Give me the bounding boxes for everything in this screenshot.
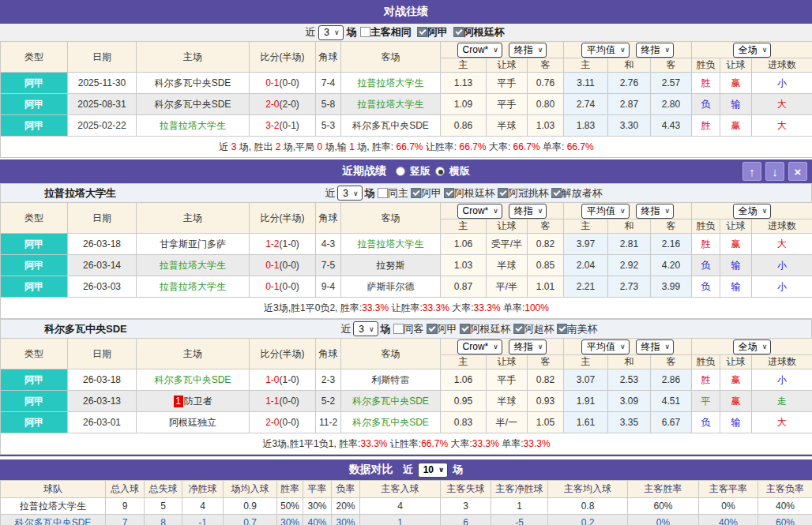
away-team-name[interactable]: 科尔多瓦中央SDE bbox=[352, 120, 429, 131]
result-goals-value: 小 bbox=[777, 374, 787, 385]
summary-text: 场, 胜率: bbox=[355, 141, 397, 152]
checkbox-南美杯-box[interactable] bbox=[557, 324, 567, 334]
radio-横版[interactable] bbox=[435, 167, 445, 176]
h2h-bookmaker-select[interactable]: Crow*∨ bbox=[457, 43, 502, 58]
compare-value-主客净胜球: 1 bbox=[491, 498, 548, 515]
home-team-name[interactable]: 科尔多瓦中央SDE bbox=[155, 99, 231, 110]
checkbox-阿甲-box[interactable] bbox=[427, 324, 437, 334]
comparison-count-select[interactable]: 10∨ bbox=[418, 463, 449, 478]
team-b-section-title[interactable]: 科尔多瓦中央SDE bbox=[1, 322, 127, 336]
h2h-final-average-select[interactable]: 终指∨ bbox=[636, 43, 675, 58]
result-goals: 大 bbox=[752, 234, 812, 255]
odds-handicap: 半球 bbox=[487, 391, 528, 412]
checkbox-阿超杯-box[interactable] bbox=[513, 324, 524, 334]
compare-value-主客平率: 0% bbox=[699, 498, 758, 515]
team-b-bookmaker-select[interactable]: Crow*∨ bbox=[457, 339, 502, 354]
sub-header-进球数: 进球数 bbox=[752, 355, 812, 369]
h2h-recent-count-select[interactable]: 3∨ bbox=[318, 25, 343, 40]
checkbox-阿根廷杯-box[interactable] bbox=[453, 27, 464, 37]
radio-竖版[interactable] bbox=[396, 167, 405, 176]
avg-draw: 2.92 bbox=[608, 255, 651, 276]
summary-text: 让胜率: bbox=[387, 438, 421, 449]
home-team-name[interactable]: 阿根廷独立 bbox=[169, 417, 216, 428]
team-b-scope-select[interactable]: 全场∨ bbox=[733, 339, 772, 354]
team-b-average-select[interactable]: 平均值∨ bbox=[581, 339, 630, 354]
home-team-name[interactable]: 科尔多瓦中央SDE bbox=[155, 374, 231, 385]
result-goals-value: 大 bbox=[777, 99, 787, 110]
column-header-角球: 角球 bbox=[316, 203, 341, 234]
h2h-final-odds-select[interactable]: 终指∨ bbox=[509, 43, 547, 58]
h2h-scope-select[interactable]: 全场∨ bbox=[733, 43, 772, 58]
match-date: 26-03-13 bbox=[68, 391, 137, 412]
away-team-name[interactable]: 科尔多瓦中央SDE bbox=[352, 396, 429, 407]
home-team-name[interactable]: 拉普拉塔大学生 bbox=[160, 260, 226, 271]
avg-home: 3.11 bbox=[564, 73, 608, 94]
home-team-cell: 科尔多瓦中央SDE bbox=[137, 94, 250, 115]
home-team-name[interactable]: 防卫者 bbox=[184, 396, 212, 407]
team-a-section-title[interactable]: 拉普拉塔大学生 bbox=[1, 186, 116, 201]
avg-home: 3.97 bbox=[564, 234, 608, 255]
checkbox-阿冠挑杯-box[interactable] bbox=[498, 188, 508, 198]
compare-header-主客平率: 主客平率 bbox=[699, 481, 758, 498]
result-outcome-value: 负 bbox=[701, 260, 711, 271]
result-handicap: 赢 bbox=[720, 234, 752, 255]
compare-value-胜率: 30% bbox=[277, 515, 303, 525]
away-team-name[interactable]: 利斯特雷 bbox=[372, 374, 410, 385]
compare-value-总失球: 8 bbox=[145, 515, 182, 525]
compare-value-净胜球: 4 bbox=[182, 498, 224, 515]
checkbox-同客-box[interactable] bbox=[393, 324, 404, 334]
away-team-name[interactable]: 拉努斯 bbox=[377, 260, 405, 271]
team-a-bookmaker-select[interactable]: Crow*∨ bbox=[457, 204, 502, 219]
team-b-final-odds-select[interactable]: 终指∨ bbox=[509, 339, 547, 354]
move-down-button[interactable]: ↓ bbox=[765, 162, 784, 181]
h2h-average-select[interactable]: 平均值∨ bbox=[581, 43, 630, 58]
away-team-name[interactable]: 萨斯菲尔德 bbox=[367, 281, 415, 292]
chevron-down-icon: ∨ bbox=[353, 189, 359, 197]
odds-handicap: 受平/半 bbox=[487, 234, 528, 255]
summary-value: 1 bbox=[349, 141, 355, 152]
league-type-cell: 阿甲 bbox=[1, 115, 68, 137]
checkbox-同主-box[interactable] bbox=[378, 188, 388, 198]
away-team-name[interactable]: 拉普拉塔大学生 bbox=[358, 238, 424, 249]
checkbox-主客相同-box[interactable] bbox=[360, 27, 370, 37]
checkbox-阿甲-box[interactable] bbox=[411, 188, 421, 198]
close-button[interactable]: × bbox=[788, 162, 807, 181]
result-outcome-value: 胜 bbox=[701, 77, 711, 88]
bookmaker-select-cell: Crow*∨终指∨ bbox=[441, 203, 564, 219]
team-a-average-select[interactable]: 平均值∨ bbox=[581, 204, 630, 219]
result-outcome: 负 bbox=[692, 255, 720, 276]
home-team-name[interactable]: 科尔多瓦中央SDE bbox=[155, 77, 231, 88]
team-a-scope-select[interactable]: 全场∨ bbox=[733, 204, 772, 219]
result-outcome-value: 胜 bbox=[701, 120, 711, 131]
away-team-name[interactable]: 拉普拉塔大学生 bbox=[358, 99, 424, 110]
checkbox-阿甲-box[interactable] bbox=[417, 27, 427, 37]
team-a-final-average-select[interactable]: 终指∨ bbox=[636, 204, 675, 219]
half-time-score: (0-0) bbox=[280, 281, 299, 292]
match-row: 阿甲2025-02-22拉普拉塔大学生3-2(0-1)5-3科尔多瓦中央SDE0… bbox=[1, 115, 812, 137]
checkbox-解放者杯-box[interactable] bbox=[551, 188, 562, 198]
away-team-name[interactable]: 科尔多瓦中央SDE bbox=[352, 417, 429, 428]
compare-team-name[interactable]: 科尔多瓦中央SDE bbox=[15, 517, 92, 525]
home-team-name[interactable]: 甘拿斯亚门多萨 bbox=[160, 238, 226, 249]
team-a-recent-count-select[interactable]: 3∨ bbox=[337, 186, 362, 201]
result-handicap: 赢 bbox=[720, 73, 752, 94]
corner-cell: 5-3 bbox=[316, 115, 341, 137]
team-b-recent-count-select[interactable]: 3∨ bbox=[353, 321, 378, 336]
home-team-name[interactable]: 拉普拉塔大学生 bbox=[160, 120, 226, 131]
league-type-cell: 阿甲 bbox=[1, 94, 68, 115]
checkbox-阿超杯: 阿超杯 bbox=[513, 322, 554, 336]
home-team-name[interactable]: 拉普拉塔大学生 bbox=[160, 281, 226, 292]
summary-value: 100% bbox=[524, 302, 549, 313]
games-label: 场 bbox=[347, 25, 357, 39]
away-team-name[interactable]: 拉普拉塔大学生 bbox=[358, 77, 424, 88]
team-a-final-odds-select[interactable]: 终指∨ bbox=[509, 204, 547, 219]
move-up-button[interactable]: ↑ bbox=[742, 162, 761, 181]
match-date: 26-03-18 bbox=[68, 234, 137, 255]
checkbox-南美杯-label: 南美杯 bbox=[567, 323, 598, 335]
match-date: 26-03-18 bbox=[68, 369, 137, 391]
checkbox-阿根廷杯-box[interactable] bbox=[460, 324, 470, 334]
summary-value: 66.7% bbox=[567, 141, 594, 152]
compare-team-name[interactable]: 拉普拉塔大学生 bbox=[20, 501, 86, 512]
checkbox-阿根廷杯-box[interactable] bbox=[444, 188, 454, 198]
team-b-final-average-select[interactable]: 终指∨ bbox=[636, 339, 675, 354]
